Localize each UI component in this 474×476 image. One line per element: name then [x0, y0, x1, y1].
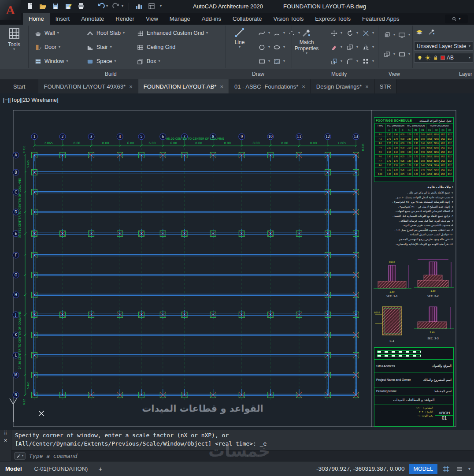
build-panel-label[interactable]: Build [105, 69, 117, 79]
svg-text:95.00 CENTER TO CENTER OF COLU: 95.00 CENTER TO CENTER OF COLUMNS [166, 137, 224, 141]
match-button[interactable] [427, 27, 436, 36]
ribbon-tab-insert[interactable]: Insert [50, 13, 76, 25]
close-command-icon[interactable]: × [0, 436, 11, 445]
box-button[interactable]: Box▾ [136, 56, 160, 67]
titleblock-meta: المقياس : ١/١٠٠التاريخ : ٢٠٢٠رقم اللوحة … [374, 405, 435, 426]
grid-snap-icon[interactable] [442, 465, 451, 473]
lock-button[interactable] [440, 27, 448, 36]
match-properties-button[interactable]: Match Properties▾ [294, 27, 319, 55]
layer-state-dropdown[interactable]: Unsaved Layer State ▾ [414, 41, 473, 51]
layer-color-swatch[interactable] [441, 56, 445, 60]
saveas-button[interactable] [64, 2, 73, 11]
layer-dropdown[interactable]: AB ▾ [414, 53, 473, 63]
schedule-cell: 0.50 [420, 159, 426, 163]
roof-slab-button[interactable]: Roof Slab▾ [85, 27, 125, 39]
modify-panel-label[interactable]: Modify [331, 69, 347, 79]
ribbon-tab-view[interactable]: View [140, 13, 164, 25]
views-button[interactable]: ▾ [397, 29, 410, 41]
layers-panel-label[interactable]: Layer [459, 69, 472, 79]
trim-button[interactable]: ▾ [361, 27, 374, 39]
close-tab-icon[interactable]: × [365, 83, 369, 90]
file-tab-foundation-layout-ab-[interactable]: FOUNDATION LAYOUT-AB*× [138, 79, 229, 93]
ribbon-tab-add-ins[interactable]: Add-ins [196, 13, 227, 25]
file-tab-01-asbc-foundations-[interactable]: 01 - ASBC -Foundations*× [229, 79, 311, 93]
fillet-button[interactable]: ▾ [345, 56, 358, 67]
line-button[interactable]: Line▾ [227, 27, 252, 49]
lock-icon[interactable] [433, 55, 439, 61]
schedule-cell: 1.90 [393, 155, 399, 159]
customize-command-icon[interactable]: ▾ [14, 452, 26, 460]
close-tab-icon[interactable]: × [302, 83, 305, 90]
sun-icon[interactable] [425, 55, 431, 61]
model-tab[interactable]: Model [0, 465, 28, 472]
ribbon-tab-express-tools[interactable]: Express Tools [309, 13, 356, 25]
command-input-row[interactable]: ▾ Type a command [11, 450, 474, 461]
command-grip-handle[interactable]: ⣿ [0, 430, 11, 436]
spline-button[interactable]: ▾ [257, 27, 270, 39]
enhanced-custom-grid-button[interactable]: Enhanced Custom Grid▾ [136, 27, 208, 39]
command-history[interactable]: Specify corner of window, enter a scale … [11, 430, 474, 450]
new-layout-button[interactable]: + [94, 465, 107, 472]
circle-button[interactable]: ▾ [257, 41, 270, 53]
command-prompt-placeholder[interactable]: Type a command [29, 453, 78, 459]
qnew-button[interactable] [26, 2, 34, 11]
ribbon-tab-render[interactable]: Render [110, 13, 140, 25]
redo-button[interactable]: ▾ [112, 2, 123, 11]
rotate-button[interactable]: ▾ [345, 27, 358, 39]
schedule-cell: 5Ø16 [426, 155, 433, 159]
hatch-button[interactable]: ▾ [272, 56, 285, 67]
schedule-cell: Ø12 [440, 133, 446, 137]
chevron-down-icon[interactable]: ▾ [468, 467, 470, 471]
wall-button[interactable]: Wall▾ [33, 27, 59, 39]
close-tab-icon[interactable]: × [129, 83, 133, 90]
ellipse-button[interactable]: ▾ [272, 41, 285, 53]
model-space-toggle[interactable]: MODEL [409, 464, 437, 474]
stair-button[interactable]: Stair▾ [85, 41, 112, 53]
plot-button[interactable] [77, 2, 85, 11]
file-tab-design-drawings-[interactable]: Design Drawings*× [311, 79, 374, 93]
view-panel-label[interactable]: View [389, 69, 400, 79]
draw-panel-label[interactable]: Draw [252, 69, 264, 79]
viewcube-button[interactable]: ▾ [382, 29, 395, 41]
ribbon-tab-vision-tools[interactable]: Vision Tools [267, 13, 309, 25]
door-button[interactable]: Door▾ [33, 41, 60, 53]
chart-button[interactable] [134, 2, 143, 11]
erase-button[interactable]: ▾ [330, 41, 342, 53]
ribbon-tab-manage[interactable]: Manage [164, 13, 196, 25]
ribbon-tab-home[interactable]: Home [23, 13, 50, 25]
file-tab-foundation-layout-49x63-[interactable]: FOUNDATION LAYOUT 49X63*× [38, 79, 138, 93]
schedule-cell: 1.50 [413, 159, 419, 163]
layout-tab[interactable]: C-01(FOUNDATION) [28, 465, 94, 472]
copy-button[interactable]: ▾ [345, 41, 358, 53]
save-button[interactable] [51, 2, 60, 11]
rectangle-button[interactable]: ▾ [257, 56, 270, 67]
ceiling-grid-button[interactable]: Ceiling Grid [136, 41, 175, 53]
undo-button[interactable]: ▾ [96, 2, 108, 11]
rectangle-button[interactable]: ▾ [397, 48, 410, 60]
arc-button[interactable]: ▾ [272, 27, 285, 39]
array-button[interactable]: ▾ [361, 56, 374, 67]
autocad-logo-icon[interactable]: A [0, 0, 21, 20]
viewport-controls[interactable]: [−][Top][2D Wireframe] [3, 97, 58, 103]
file-tab-str[interactable]: STR [374, 79, 397, 93]
ribbon-tab-featured-apps[interactable]: Featured Apps [356, 13, 405, 25]
layerstack-button[interactable] [415, 27, 424, 36]
mirror-button[interactable]: ▾ [361, 41, 374, 53]
ribbon-tab-annotate[interactable]: Annotate [75, 13, 110, 25]
tools-palette-button[interactable]: Tools ▾ [3, 27, 26, 51]
scale-button[interactable]: ▾ [330, 56, 342, 67]
ribbon-options-pill[interactable]: ▾ [445, 15, 468, 23]
copy-button[interactable]: ▾ [382, 48, 395, 60]
space-button[interactable]: Space▾ [85, 56, 116, 67]
customization-menu-icon[interactable] [455, 465, 464, 473]
open-button[interactable] [38, 2, 47, 11]
move-button[interactable]: ▾ [330, 27, 342, 39]
ribbon-tab-collaborate[interactable]: Collaborate [227, 13, 268, 25]
project-owner-label: Project Name and Owner [376, 378, 411, 381]
bulb-icon[interactable] [417, 55, 423, 61]
file-tab-start[interactable]: Start [0, 79, 38, 93]
sheet-button[interactable] [147, 2, 156, 11]
close-tab-icon[interactable]: × [220, 83, 223, 90]
drawing-area[interactable]: 12345678910111213ABCDEFGHJKLMN7.8658.008… [0, 93, 474, 430]
window-button[interactable]: Window▾ [33, 56, 68, 67]
